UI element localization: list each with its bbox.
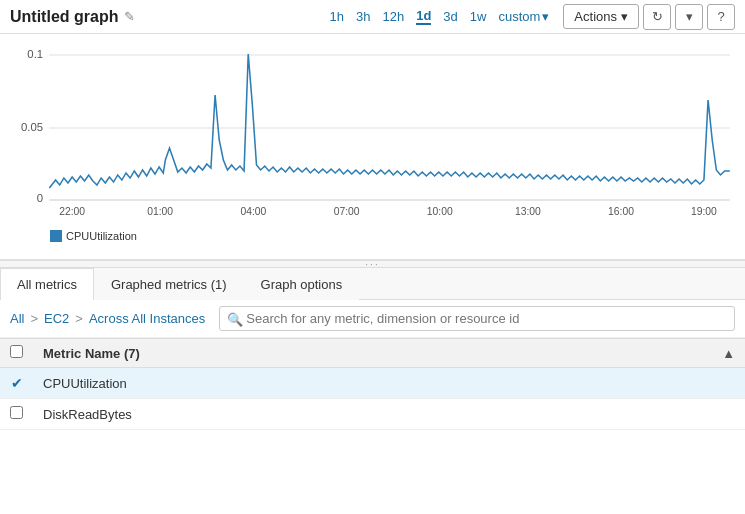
legend-color <box>50 230 62 242</box>
row-checkbox-2[interactable] <box>10 406 23 419</box>
svg-text:0.05: 0.05 <box>21 121 43 133</box>
time-1h[interactable]: 1h <box>330 9 344 24</box>
svg-text:10:00: 10:00 <box>427 206 453 217</box>
breadcrumb-search-row: All > EC2 > Across All Instances 🔍 <box>0 300 745 338</box>
svg-text:0.1: 0.1 <box>27 48 43 60</box>
actions-button[interactable]: Actions ▾ <box>563 4 639 29</box>
tabs-container: All metrics Graphed metrics (1) Graph op… <box>0 268 745 300</box>
breadcrumb-ec2[interactable]: EC2 <box>44 311 69 326</box>
svg-text:01:00: 01:00 <box>147 206 173 217</box>
metrics-table: Metric Name (7) ▲ ✔ CPUUtilization DiskR… <box>0 338 745 430</box>
refresh-button[interactable]: ↻ <box>643 4 671 30</box>
graph-title: Untitled graph <box>10 8 118 26</box>
metric-name-header: Metric Name (7) ▲ <box>33 339 745 368</box>
breadcrumb-instances[interactable]: Across All Instances <box>89 311 205 326</box>
svg-text:0: 0 <box>37 192 43 204</box>
table-header-row: Metric Name (7) ▲ <box>0 339 745 368</box>
resize-handle[interactable]: ··· <box>0 260 745 268</box>
breadcrumb-sep-1: > <box>30 311 38 326</box>
svg-text:13:00: 13:00 <box>515 206 541 217</box>
metric-name-cell-1[interactable]: CPUUtilization <box>33 368 745 399</box>
refresh-icon: ↻ <box>652 9 663 24</box>
metric-name-cell-2[interactable]: DiskReadBytes <box>33 399 745 430</box>
sort-ascending-icon[interactable]: ▲ <box>722 346 735 361</box>
time-12h[interactable]: 12h <box>382 9 404 24</box>
help-icon: ? <box>717 9 724 24</box>
time-controls: 1h 3h 12h 1d 3d 1w custom ▾ <box>330 8 550 25</box>
svg-text:16:00: 16:00 <box>608 206 634 217</box>
chart-area: 0.1 0.05 0 22:00 01:00 04:00 07:00 10:00… <box>0 34 745 260</box>
breadcrumb-all[interactable]: All <box>10 311 24 326</box>
dropdown-icon: ▾ <box>686 9 693 24</box>
tab-graphed-metrics[interactable]: Graphed metrics (1) <box>94 268 244 300</box>
title-section: Untitled graph ✎ <box>10 8 330 26</box>
resize-dots-icon: ··· <box>365 259 379 270</box>
breadcrumb-sep-2: > <box>75 311 83 326</box>
header-buttons: Actions ▾ ↻ ▾ ? <box>563 4 735 30</box>
edit-icon[interactable]: ✎ <box>124 9 135 24</box>
svg-text:19:00: 19:00 <box>691 206 717 217</box>
search-input[interactable] <box>219 306 735 331</box>
svg-text:22:00: 22:00 <box>59 206 85 217</box>
search-container: 🔍 <box>219 306 735 331</box>
chart-legend: CPUUtilization <box>10 230 735 242</box>
tab-all-metrics[interactable]: All metrics <box>0 268 94 300</box>
time-3d[interactable]: 3d <box>443 9 457 24</box>
help-button[interactable]: ? <box>707 4 735 30</box>
svg-text:07:00: 07:00 <box>334 206 360 217</box>
time-1d[interactable]: 1d <box>416 8 431 25</box>
select-all-checkbox[interactable] <box>10 345 23 358</box>
row-checkbox-cell-2[interactable] <box>0 399 33 430</box>
app-header: Untitled graph ✎ 1h 3h 12h 1d 3d 1w cust… <box>0 0 745 34</box>
legend-label: CPUUtilization <box>66 230 137 242</box>
select-all-header[interactable] <box>0 339 33 368</box>
row-checkbox-cell-1[interactable]: ✔ <box>0 368 33 399</box>
time-3h[interactable]: 3h <box>356 9 370 24</box>
time-1w[interactable]: 1w <box>470 9 487 24</box>
checked-icon: ✔ <box>11 375 23 391</box>
tab-graph-options[interactable]: Graph options <box>244 268 360 300</box>
table-row: DiskReadBytes <box>0 399 745 430</box>
dropdown-button[interactable]: ▾ <box>675 4 703 30</box>
search-icon: 🔍 <box>227 311 243 326</box>
chart-svg: 0.1 0.05 0 22:00 01:00 04:00 07:00 10:00… <box>10 40 735 225</box>
table-row: ✔ CPUUtilization <box>0 368 745 399</box>
svg-text:04:00: 04:00 <box>240 206 266 217</box>
time-custom-button[interactable]: custom ▾ <box>498 9 549 24</box>
